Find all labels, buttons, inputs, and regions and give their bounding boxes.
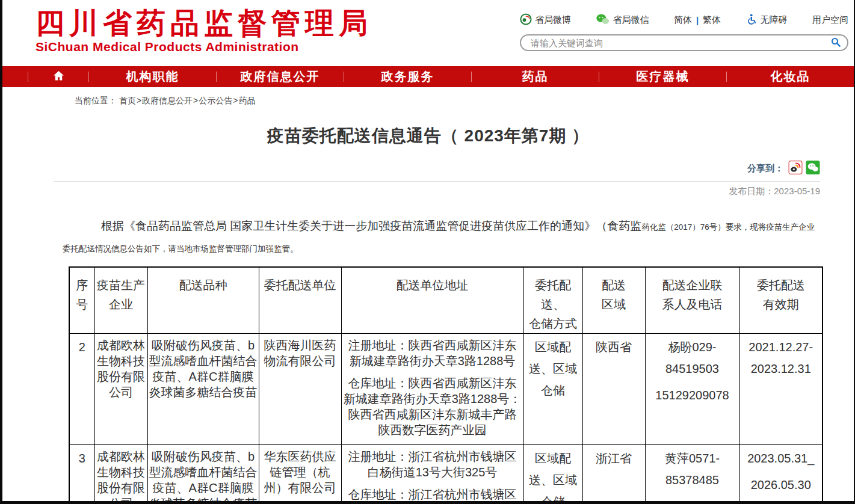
nav-home[interactable] bbox=[28, 70, 88, 84]
page: 四川省药品监督管理局 SiChuan Medical Products Admi… bbox=[0, 0, 855, 504]
breadcrumb-gov-info[interactable]: 政府信息公开 bbox=[142, 96, 193, 105]
cell-region: 陕西省 bbox=[582, 334, 645, 445]
weibo-share-icon bbox=[788, 161, 803, 176]
header-region: 配送 区域 bbox=[582, 267, 645, 334]
top-links: 省局微博 省局微信 简体 | 繁体 无障碍 bbox=[520, 13, 848, 27]
header-mode: 委托配 送、 仓储方式 bbox=[523, 267, 582, 334]
table-row: 2 成都欧林生物科技股份有限公司 吸附破伤风疫苗、b型流感嗜血杆菌结合疫苗、A群… bbox=[69, 334, 823, 445]
breadcrumb-announcements[interactable]: 公示公告 bbox=[199, 96, 232, 105]
cell-producer: 成都欧林生物科技股份有限公司 bbox=[94, 334, 147, 445]
weibo-share-button[interactable] bbox=[788, 161, 803, 176]
cell-address: 注册地址：浙江省杭州市钱塘区白杨街道13号大街325号 仓库地址：浙江省杭州市钱… bbox=[341, 445, 523, 504]
header-address: 配送单位地址 bbox=[341, 267, 523, 334]
table-row: 3 成都欧林生物科技股份有限公司 吸附破伤风疫苗、b型流感嗜血杆菌结合疫苗、A群… bbox=[69, 445, 823, 504]
search-input[interactable] bbox=[531, 38, 830, 48]
breadcrumb-separator: > bbox=[193, 96, 199, 105]
cell-mode: 区域配送、区域仓储 bbox=[523, 445, 582, 504]
breadcrumb: 当前位置： 首页>政府信息公开>公示公告>药品 bbox=[75, 96, 854, 106]
header-varieties: 配送品种 bbox=[147, 267, 259, 334]
breadcrumb-drugs[interactable]: 药品 bbox=[238, 96, 255, 105]
cell-validity: 2021.12.27- 2023.12.31 bbox=[739, 334, 823, 445]
breadcrumb-separator: > bbox=[136, 96, 142, 105]
cell-seq: 2 bbox=[69, 334, 94, 445]
search-bar bbox=[520, 34, 848, 51]
validity-line: 2023.12.31 bbox=[741, 358, 821, 380]
cell-validity: 2023.05.31_ 2026.05.30 bbox=[739, 445, 823, 504]
publish-date-label: 发布日期： bbox=[729, 186, 774, 196]
weibo-icon bbox=[520, 13, 532, 27]
cell-distributor: 陕西海川医药物流有限公司 bbox=[259, 334, 341, 445]
cell-mode: 区域配送、区域仓储 bbox=[523, 334, 582, 445]
breadcrumb-separator: > bbox=[232, 96, 238, 105]
wechat-share-button[interactable] bbox=[806, 161, 820, 176]
header-producer: 疫苗生产 企业 bbox=[94, 267, 147, 334]
cell-seq: 3 bbox=[69, 445, 94, 504]
share-label: 分享到： bbox=[747, 163, 783, 174]
cell-distributor: 华东医药供应链管理（杭州）有限公司 bbox=[259, 445, 341, 504]
cell-varieties: 吸附破伤风疫苗、b型流感嗜血杆菌结合疫苗、A群C群脑膜炎球菌多糖结合疫苗 bbox=[147, 334, 259, 445]
warehouse-address: 仓库地址：陕西省西咸新区沣东新城建章路街办天章3路1288号：陕西省西咸新区沣东… bbox=[343, 375, 522, 438]
share-row: 分享到： bbox=[54, 161, 820, 176]
user-space-link[interactable]: 用户空间 bbox=[812, 14, 848, 26]
article-content: 分享到： 发布日期：2023-05-19 根据《食品药品监管总局 国家卫生计生委… bbox=[54, 161, 820, 504]
main-nav: 机构职能 政府信息公开 政务服务 药品 医疗器械 化妆品 bbox=[2, 66, 854, 87]
warehouse-address: 仓库地址：浙江省杭州市钱塘区白杨街道13号大街325号 bbox=[343, 487, 522, 504]
header-seq: 序 号 bbox=[69, 267, 94, 334]
search-button[interactable] bbox=[830, 37, 841, 49]
header-tools: 省局微博 省局微信 简体 | 繁体 无障碍 bbox=[520, 13, 848, 51]
simplified-link[interactable]: 简体 bbox=[674, 14, 692, 26]
wechat-icon bbox=[596, 13, 610, 27]
nav-item-cosmetics[interactable]: 化妆品 bbox=[727, 69, 854, 85]
header-validity: 委托配送 有效期 bbox=[739, 267, 823, 334]
validity-line: 2023.05.31_ bbox=[741, 447, 821, 469]
contact-line: 杨盼029- bbox=[647, 336, 738, 358]
contact-line: 15129209078 bbox=[647, 384, 738, 406]
table-header-row: 序 号 疫苗生产 企业 配送品种 委托配送单位 配送单位地址 委托配 送、 仓储… bbox=[69, 267, 823, 334]
logo-title: 四川省药品监督管理局 bbox=[35, 8, 372, 38]
search-icon bbox=[830, 37, 841, 49]
nav-item-drugs[interactable]: 药品 bbox=[472, 69, 599, 85]
site-header: 四川省药品监督管理局 SiChuan Medical Products Admi… bbox=[2, 0, 854, 66]
breadcrumb-label: 当前位置： bbox=[75, 96, 117, 105]
article-paragraph: 根据《食品药品监管总局 国家卫生计生委关于进一步加强疫苗流通监管促进疫苗供应工作… bbox=[63, 215, 820, 259]
cell-contact: 黄萍0571- 85378485 15288136891 bbox=[645, 445, 739, 504]
language-separator: | bbox=[695, 15, 700, 25]
weibo-link-label: 省局微博 bbox=[535, 14, 571, 26]
divider bbox=[54, 181, 820, 182]
vaccine-delivery-table: 序 号 疫苗生产 企业 配送品种 委托配送单位 配送单位地址 委托配 送、 仓储… bbox=[69, 266, 823, 504]
contact-line: 15288136891 bbox=[647, 496, 738, 504]
accessibility-icon bbox=[746, 13, 758, 27]
accessibility-link[interactable]: 无障碍 bbox=[746, 13, 788, 27]
publish-date-value: 2023-05-19 bbox=[774, 186, 820, 196]
cell-region: 浙江省 bbox=[582, 445, 645, 504]
cell-contact: 杨盼029- 84519503 15129209078 bbox=[645, 334, 739, 445]
contact-line: 84519503 bbox=[647, 358, 738, 380]
validity-line: 2026.05.30 bbox=[741, 474, 821, 496]
language-switch: 简体 | 繁体 bbox=[674, 14, 721, 26]
wechat-link-label: 省局微信 bbox=[613, 14, 649, 26]
header-distributor: 委托配送单位 bbox=[259, 267, 341, 334]
nav-item-devices[interactable]: 医疗器械 bbox=[599, 69, 726, 85]
paragraph-lead: 根据《食品药品监管总局 国家卫生计生委关于进一步加强疫苗流通监管促进疫苗供应工作… bbox=[101, 220, 641, 232]
contact-line: 黄萍0571- bbox=[647, 447, 738, 469]
home-icon bbox=[52, 70, 65, 84]
contact-line: 85378485 bbox=[647, 469, 738, 491]
accessibility-label: 无障碍 bbox=[761, 14, 788, 26]
nav-item-functions[interactable]: 机构职能 bbox=[89, 69, 216, 85]
page-title: 疫苗委托配送信息通告（ 2023年第7期 ） bbox=[2, 124, 854, 147]
cell-varieties: 吸附破伤风疫苗、b型流感嗜血杆菌结合疫苗、A群C群脑膜炎球菌多糖结合疫苗 bbox=[147, 445, 259, 504]
cell-producer: 成都欧林生物科技股份有限公司 bbox=[94, 445, 147, 504]
traditional-link[interactable]: 繁体 bbox=[703, 14, 721, 26]
validity-line: 2021.12.27- bbox=[741, 336, 821, 358]
wechat-share-icon bbox=[806, 161, 820, 176]
wechat-link[interactable]: 省局微信 bbox=[596, 13, 649, 27]
publish-date: 发布日期：2023-05-19 bbox=[54, 186, 820, 197]
weibo-link[interactable]: 省局微博 bbox=[520, 13, 571, 27]
nav-item-services[interactable]: 政务服务 bbox=[344, 69, 471, 85]
cell-address: 注册地址：陕西省西咸新区沣东新城建章路街办天章3路1288号 仓库地址：陕西省西… bbox=[341, 334, 523, 445]
nav-item-gov-info[interactable]: 政府信息公开 bbox=[217, 69, 344, 85]
header-contact: 配送企业联 系人及电话 bbox=[645, 267, 739, 334]
registered-address: 注册地址：陕西省西咸新区沣东新城建章路街办天章3路1288号 bbox=[343, 337, 522, 369]
breadcrumb-home[interactable]: 首页 bbox=[119, 96, 136, 105]
site-logo[interactable]: 四川省药品监督管理局 SiChuan Medical Products Admi… bbox=[35, 8, 372, 54]
